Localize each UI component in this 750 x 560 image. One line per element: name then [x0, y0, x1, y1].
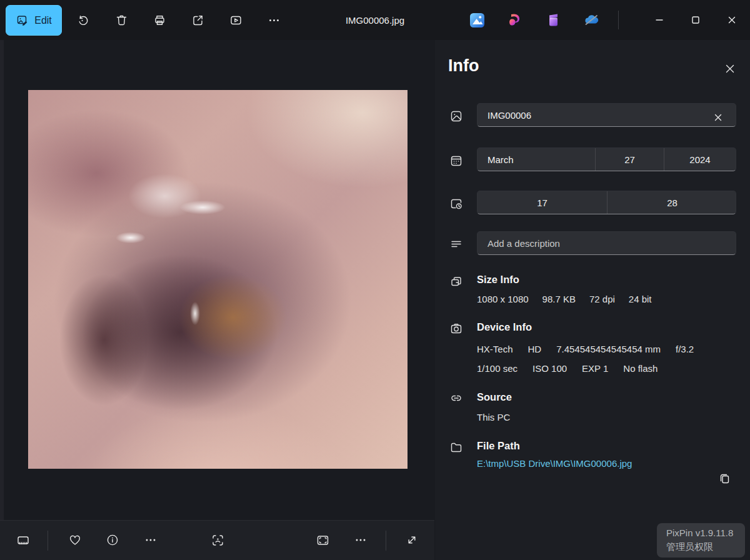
calendar-icon	[449, 154, 463, 168]
clear-filename-icon[interactable]	[709, 108, 728, 127]
window-controls	[641, 0, 750, 40]
source-value-row: This PC	[477, 412, 510, 422]
focal-length: 7.454545454545454 mm	[556, 344, 661, 354]
image-dimensions: 1080 x 1080	[477, 294, 529, 304]
slideshow-icon[interactable]	[223, 8, 248, 32]
print-icon[interactable]	[147, 8, 172, 32]
date-field: March 27 2024	[477, 148, 736, 171]
shutter-speed: 1/100 sec	[477, 363, 518, 374]
camera-maker: HX-Tech	[477, 344, 513, 354]
more-icon[interactable]	[348, 528, 373, 552]
time-hour-segment[interactable]: 17	[478, 191, 607, 214]
time-field: 17 28	[477, 191, 736, 214]
bit-depth: 24 bit	[629, 294, 652, 304]
close-icon[interactable]	[714, 0, 750, 40]
info-panel: Info Marc	[435, 40, 750, 560]
titlebar: Edit	[0, 0, 750, 40]
titlebar-separator	[618, 11, 619, 29]
share-icon[interactable]	[185, 8, 210, 32]
rotate-icon[interactable]	[71, 8, 96, 32]
app-tray	[464, 8, 604, 32]
iso: ISO 100	[532, 363, 567, 374]
designer-app-icon[interactable]	[502, 8, 528, 32]
onedrive-offline-icon[interactable]	[578, 8, 604, 32]
date-year-segment[interactable]: 2024	[664, 148, 736, 171]
maximize-icon[interactable]	[678, 0, 714, 40]
filmstrip-icon[interactable]	[11, 528, 36, 552]
pixpin-watermark: PixPin v1.9.11.8 管理员权限	[657, 523, 745, 558]
camera-model: HD	[528, 344, 542, 354]
time-minute-segment[interactable]: 28	[607, 191, 736, 214]
info-circle-icon[interactable]	[100, 528, 125, 552]
dpi: 72 dpi	[589, 294, 615, 304]
size-info-values: 1080 x 1080 98.7 KB 72 dpi 24 bit	[477, 294, 652, 304]
bottombar-separator	[386, 531, 386, 551]
minimize-icon[interactable]	[641, 0, 678, 40]
date-day-segment[interactable]: 27	[595, 148, 664, 171]
photos-app-icon[interactable]	[464, 8, 490, 32]
top-toolbar	[71, 8, 286, 32]
device-info-line2: 1/100 sec ISO 100 EXP 1 No flash	[477, 363, 658, 374]
more-icon[interactable]	[261, 8, 286, 32]
copy-icon[interactable]	[712, 466, 737, 491]
description-icon	[449, 237, 463, 251]
link-icon	[449, 391, 463, 405]
visual-search-icon[interactable]	[205, 528, 230, 552]
calendar-clock-icon	[449, 197, 463, 211]
device-info-line1: HX-Tech HD 7.454545454545454 mm f/3.2	[477, 344, 694, 354]
pixpin-privilege: 管理员权限	[666, 540, 739, 554]
description-input[interactable]	[477, 231, 736, 255]
source-value: This PC	[477, 412, 510, 422]
flash: No flash	[623, 363, 658, 374]
photo-otoscope-image[interactable]	[28, 90, 408, 469]
bottombar-separator	[48, 531, 48, 551]
size-info-heading: Size Info	[477, 274, 519, 286]
favorite-heart-icon[interactable]	[62, 528, 88, 552]
info-panel-title: Info	[448, 56, 479, 76]
more-icon[interactable]	[138, 528, 163, 552]
aperture: f/3.2	[676, 344, 694, 354]
filename-input[interactable]	[477, 103, 736, 127]
edit-button[interactable]: Edit	[6, 5, 62, 36]
size-icon	[449, 275, 463, 289]
fit-to-window-icon[interactable]	[310, 528, 335, 552]
delete-icon[interactable]	[109, 8, 134, 32]
pixpin-version: PixPin v1.9.11.8	[666, 526, 739, 540]
folder-icon	[449, 441, 463, 454]
source-heading: Source	[477, 391, 512, 403]
viewer-left-edge	[0, 40, 4, 520]
image-icon	[449, 109, 463, 123]
camera-icon	[449, 322, 463, 336]
photos-app-window: Edit	[0, 0, 750, 560]
document-title: IMG00006.jpg	[346, 0, 404, 40]
exposure: EXP 1	[582, 363, 608, 374]
image-viewer	[0, 40, 434, 520]
edit-button-label: Edit	[34, 15, 52, 26]
bottom-toolbar	[0, 520, 434, 560]
fullscreen-icon[interactable]	[399, 528, 424, 552]
date-month-segment[interactable]: March	[478, 148, 595, 171]
file-path-heading: File Path	[477, 440, 520, 452]
file-path-row: E:\tmp\USB Drive\IMG\IMG00006.jpg	[477, 458, 632, 469]
file-path-link[interactable]: E:\tmp\USB Drive\IMG\IMG00006.jpg	[477, 458, 632, 469]
clipchamp-app-icon[interactable]	[540, 8, 566, 32]
device-info-heading: Device Info	[477, 321, 532, 333]
file-size: 98.7 KB	[542, 294, 576, 304]
close-info-icon[interactable]	[718, 56, 742, 81]
edit-image-icon	[16, 14, 29, 28]
